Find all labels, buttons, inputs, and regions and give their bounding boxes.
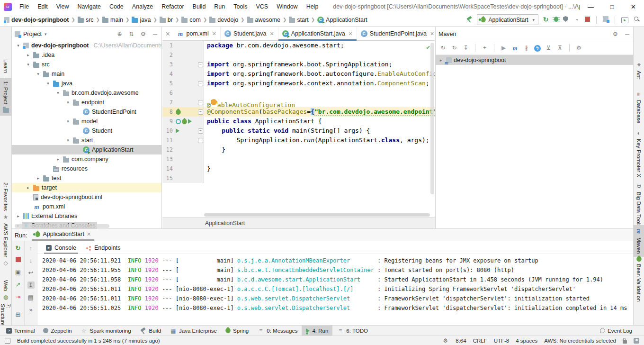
bean-icon[interactable] <box>175 108 182 116</box>
toolwindow-tab-java-enterprise[interactable]: ▦Java Enterprise <box>165 326 221 336</box>
status-widget-crlf[interactable]: CRLF <box>473 338 487 344</box>
tree-chevron-icon[interactable]: ▾ <box>35 72 42 76</box>
maven-action-run-gray[interactable]: ▶ <box>500 45 507 52</box>
code-line-15[interactable]: 15 <box>162 173 435 183</box>
menu-window[interactable]: Window <box>272 0 302 13</box>
code-line-4[interactable]: 4import org.springframework.boot.autocon… <box>162 69 435 79</box>
maven-action-reimport[interactable]: ↻ <box>439 45 447 52</box>
menu-tools[interactable]: Tools <box>229 0 251 13</box>
menu-run[interactable]: Run <box>210 0 229 13</box>
maven-action-download[interactable]: ↧ <box>462 45 469 52</box>
tree-item-start[interactable]: ▾start <box>12 136 161 145</box>
maven-action-offline[interactable]: ϟ <box>534 45 541 52</box>
toolwindow-tab-0-messages[interactable]: ≡0: Messages <box>253 326 302 336</box>
menu-file[interactable]: File <box>15 0 33 13</box>
action-settings[interactable]: ⚙ <box>140 30 147 37</box>
breadcrumb-item-devdojo[interactable]: devdojo <box>209 17 238 23</box>
breadcrumb-item-br[interactable]: br <box>160 17 173 23</box>
maven-action-wrench[interactable]: ⚙ <box>575 45 582 52</box>
menu-edit[interactable]: Edit <box>33 0 52 13</box>
close-icon[interactable]: ✕ <box>349 31 353 37</box>
menu-refactor[interactable]: Refactor <box>157 0 188 13</box>
tool-stripe-database[interactable]: ≡Database <box>634 88 644 126</box>
menu-view[interactable]: View <box>52 0 73 13</box>
fold-marker-icon[interactable]: − <box>198 109 203 115</box>
tree-item-java[interactable]: ▾java <box>12 79 161 88</box>
console-log-output[interactable]: 2020-04-06 20:56:11.921 INFO 1920 --- [ … <box>37 254 634 325</box>
toolwindow-tab-spring[interactable]: Spring <box>221 326 253 336</box>
code-line-3[interactable]: 3−import org.springframework.boot.Spring… <box>162 60 435 69</box>
tool-stripe-maven[interactable]: mMaven <box>634 225 644 257</box>
editor-horizontal-scrollbar[interactable] <box>204 213 430 217</box>
action-collapse-all[interactable]: ⇅ <box>128 30 135 37</box>
code-line-6[interactable]: 6 <box>162 88 435 98</box>
tree-item-dev-dojo-springboot-iml[interactable]: dev-dojo-springboot.iml <box>12 192 161 202</box>
tree-item-pom-xml[interactable]: mpom.xml <box>12 202 161 211</box>
code-line-12[interactable]: 12 } <box>162 145 435 154</box>
console-action-scroll-end[interactable]: ↧ <box>27 281 35 289</box>
code-editor[interactable]: 1package br.com.devdojo.awesome.start;23… <box>162 41 435 213</box>
close-icon[interactable]: ✕ <box>87 231 91 237</box>
code-line-14[interactable]: 14} <box>162 164 435 173</box>
action-rerun[interactable]: ↻ <box>542 16 549 24</box>
toolwindow-tab-4-run[interactable]: 4: Run <box>302 326 332 336</box>
fold-marker-icon[interactable]: − <box>198 138 203 143</box>
code-line-5[interactable]: 5−import org.springframework.context.ann… <box>162 79 435 88</box>
code-line-10[interactable]: 10− public static void main(String[] arg… <box>162 126 435 136</box>
tree-chevron-icon[interactable]: ▸ <box>25 185 32 190</box>
breadcrumb-item-java[interactable]: java <box>132 17 151 23</box>
console-action-more[interactable]: » <box>27 306 35 313</box>
action-profile[interactable]: ◔ <box>573 16 580 23</box>
status-message[interactable]: Build completed successfully in 1 s 248 … <box>17 338 160 344</box>
background-tasks-icon[interactable]: ⚙ <box>442 337 449 344</box>
tree-item-studentendpoint[interactable]: CStudentEndPoint <box>12 107 161 117</box>
action-hammer[interactable] <box>466 16 473 24</box>
inspections-ok-icon[interactable]: ✔ <box>426 43 430 52</box>
springboot-icon[interactable] <box>176 119 181 124</box>
action-project-view[interactable] <box>603 16 608 23</box>
tree-item--idea[interactable]: ▸.idea <box>12 50 161 60</box>
status-widget-4-spaces[interactable]: 4 spaces <box>516 338 537 344</box>
console-action-print[interactable]: ▤ <box>27 294 35 301</box>
chevron-down-icon[interactable]: ▾ <box>45 32 47 36</box>
editor-tab-studentendpoint-java[interactable]: CStudentEndPoint.java✕ <box>357 27 438 40</box>
console-action-snapshot[interactable]: ▣ <box>15 269 22 276</box>
action-search[interactable] <box>633 16 640 24</box>
run-configuration-select[interactable]: ApplicationStart ▾ <box>477 14 538 25</box>
tool-stripe-1-project[interactable]: 1: Project <box>0 78 11 116</box>
fold-marker-icon[interactable]: − <box>198 81 203 86</box>
action-hide[interactable]: ─ <box>624 30 631 37</box>
maven-action-refresh-folders[interactable]: ↻ <box>451 45 458 52</box>
run-tab-applicationstart[interactable]: ApplicationStart ✕ <box>32 231 94 241</box>
project-panel-title[interactable]: Project <box>23 31 42 37</box>
tree-item-dev-dojo-springboot[interactable]: ▾dev-dojo-springbootC:\Users\Allan\Docum… <box>12 41 161 50</box>
fold-marker-icon[interactable]: − <box>198 128 203 134</box>
tree-item-applicationstart[interactable]: CApplicationStart <box>12 145 161 154</box>
beancheck-icon[interactable] <box>181 118 188 125</box>
console-action-stop[interactable] <box>16 257 21 263</box>
console-action-exit[interactable]: ⇥ <box>15 293 22 300</box>
code-line-1[interactable]: 1package br.com.devdojo.awesome.start; <box>162 41 435 50</box>
tool-stripe-ant[interactable]: ∗Ant <box>634 58 644 82</box>
menu-help[interactable]: Help <box>302 0 323 13</box>
tree-chevron-icon[interactable]: ▸ <box>54 157 62 162</box>
close-icon[interactable]: ✕ <box>212 31 216 37</box>
maven-action-expand-all[interactable]: ⊻ <box>545 45 552 52</box>
menu-navigate[interactable]: Navigate <box>73 0 105 13</box>
tree-item-endpoint[interactable]: ▾endpoint <box>12 98 161 107</box>
close-icon[interactable]: ✕ <box>430 31 434 37</box>
code-line-9[interactable]: 9public class ApplicationStart { <box>162 117 435 126</box>
maven-action-add[interactable]: + <box>481 45 488 52</box>
action-locate[interactable]: ⊕ <box>116 30 123 37</box>
console-action-update-app[interactable]: ↗ <box>15 281 22 288</box>
breadcrumb-item-start[interactable]: start <box>289 17 308 23</box>
lock-icon[interactable] <box>623 340 627 344</box>
user-avatar-icon[interactable] <box>634 338 639 344</box>
status-widget-utf-8[interactable]: UTF-8 <box>494 338 510 344</box>
toolwindow-tab-spark-monitoring[interactable]: ☆Spark monitoring <box>76 326 135 336</box>
editor-tab-applicationstart-java[interactable]: CApplicationStart.java✕ <box>278 27 357 40</box>
minimize-button[interactable]: — <box>580 0 601 13</box>
chevron-right-icon[interactable]: ▸ <box>438 58 444 63</box>
maven-action-skip-tests[interactable]: ∦ <box>523 45 530 52</box>
tool-stripe-2-favorites[interactable]: 2: Favorites★ <box>0 180 11 223</box>
